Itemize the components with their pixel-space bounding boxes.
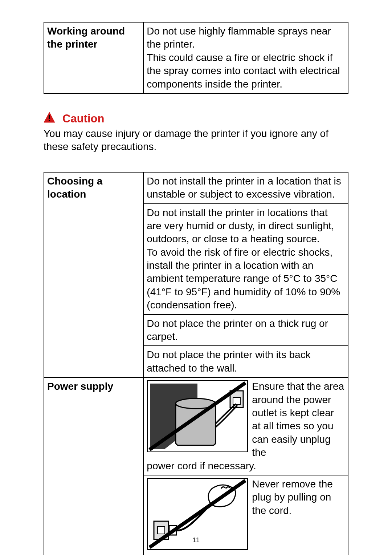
row-body: Do not place the printer on a thick rug … — [143, 315, 348, 346]
body-text-bottom: power cord if necessary. — [147, 460, 256, 471]
caution-table: Choosing a location Do not install the p… — [44, 172, 348, 555]
caution-title: Caution — [62, 112, 104, 125]
body-text-right: Ensure that the area around the power ou… — [252, 381, 344, 458]
row-body: Do not place the printer with its back a… — [143, 346, 348, 377]
svg-rect-2 — [49, 120, 50, 121]
printer-cord-blocked-icon — [147, 380, 248, 456]
caution-header: Caution — [44, 112, 348, 126]
body-text: Do not install the printer in a location… — [147, 175, 341, 200]
row-body: Do not install the printer in a location… — [143, 172, 348, 204]
row-heading: Working around the printer — [44, 22, 143, 93]
svg-rect-8 — [233, 397, 240, 405]
row-heading: Power supply — [44, 377, 143, 555]
table-row: Power supply — [44, 377, 348, 475]
svg-rect-12 — [158, 527, 165, 534]
warning-triangle-icon — [44, 112, 55, 124]
caution-section: Caution You may cause injury or damage t… — [44, 112, 348, 154]
heading-text: Choosing a location — [47, 175, 102, 200]
table-row: Working around the printer Do not use hi… — [44, 22, 348, 93]
row-body: Do not use highly flammable sprays near … — [143, 22, 348, 93]
row-body: Ensure that the area around the power ou… — [143, 377, 348, 475]
body-text-right: Never remove the plug by pulling on the … — [252, 478, 333, 516]
row-body: Do not install the printer in locations … — [143, 204, 348, 315]
caution-body: You may cause injury or damage the print… — [44, 127, 348, 154]
heading-text: Power supply — [47, 381, 113, 392]
page-number: 11 — [0, 536, 392, 544]
body-text: Do not use highly flammable sprays near … — [147, 25, 340, 90]
svg-rect-1 — [49, 115, 50, 119]
table-row: Choosing a location Do not install the p… — [44, 172, 348, 204]
body-text: Do not install the printer in locations … — [147, 207, 340, 311]
body-text: Do not place the printer with its back a… — [147, 349, 310, 373]
row-heading: Choosing a location — [44, 172, 143, 377]
heading-text: Working around the printer — [47, 25, 125, 50]
document-page: Working around the printer Do not use hi… — [0, 0, 392, 555]
body-text: Do not place the printer on a thick rug … — [147, 318, 328, 342]
top-safety-table: Working around the printer Do not use hi… — [44, 22, 348, 94]
